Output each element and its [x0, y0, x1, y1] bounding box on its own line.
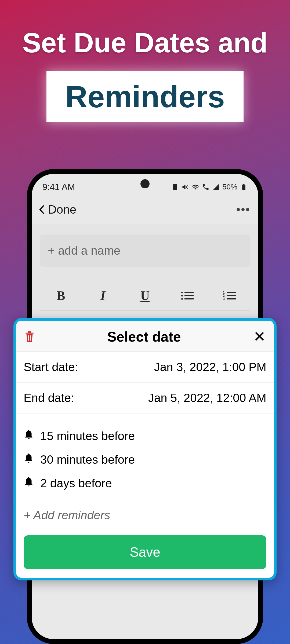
bold-button[interactable]: B [53, 288, 69, 303]
promo-title: Set Due Dates and [0, 27, 290, 59]
promo-highlight-box: Reminders [46, 71, 244, 122]
reminder-label: 2 days before [40, 477, 112, 490]
bell-icon [24, 476, 34, 490]
svg-rect-10 [227, 295, 236, 296]
back-button[interactable]: Done [38, 203, 76, 216]
modal-header: Select date ✕ [16, 321, 274, 352]
svg-rect-6 [184, 298, 194, 299]
formatting-toolbar: B I U 123 [40, 281, 250, 310]
start-date-row[interactable]: Start date: Jan 3, 2022, 1:00 PM [16, 352, 274, 383]
reminder-item[interactable]: 2 days before [24, 471, 266, 495]
back-label: Done [48, 203, 76, 216]
select-date-modal: Select date ✕ Start date: Jan 3, 2022, 1… [13, 318, 277, 580]
close-button[interactable]: ✕ [253, 329, 266, 344]
chevron-left-icon [38, 204, 45, 215]
bell-icon [24, 429, 34, 443]
reminder-item[interactable]: 30 minutes before [24, 448, 266, 471]
end-date-value: Jan 5, 2022, 12:00 AM [148, 391, 266, 405]
status-time: 9:41 AM [42, 182, 75, 192]
start-date-value: Jan 3, 2022, 1:00 PM [154, 360, 266, 374]
svg-point-3 [181, 295, 183, 297]
more-menu-button[interactable]: ••• [236, 203, 250, 216]
trash-icon [24, 330, 35, 342]
signal-icon [212, 183, 220, 191]
camera-cutout [140, 179, 150, 188]
bell-icon [24, 453, 34, 467]
name-input[interactable]: + add a name [40, 235, 250, 267]
svg-point-5 [181, 298, 183, 300]
wifi-icon [192, 183, 199, 191]
reminder-item[interactable]: 15 minutes before [24, 424, 266, 448]
phone-icon [202, 183, 209, 191]
numbered-list-icon: 123 [223, 290, 236, 301]
svg-rect-2 [184, 292, 194, 293]
svg-point-1 [181, 292, 183, 293]
underline-button[interactable]: U [137, 288, 153, 303]
start-date-label: Start date: [24, 360, 78, 374]
save-button[interactable]: Save [24, 535, 266, 569]
svg-rect-0 [173, 184, 177, 190]
mute-icon [182, 183, 189, 191]
numbered-list-button[interactable]: 123 [221, 290, 237, 301]
battery-saver-icon [171, 183, 179, 191]
svg-text:3: 3 [223, 297, 225, 301]
reminders-section: 15 minutes before 30 minutes before 2 da… [16, 414, 274, 500]
bullet-list-icon [181, 290, 194, 301]
battery-percent: 50% [222, 183, 237, 191]
svg-rect-8 [227, 292, 236, 293]
reminder-label: 15 minutes before [40, 429, 135, 443]
app-header: Done ••• [32, 195, 258, 224]
svg-rect-12 [227, 298, 236, 299]
italic-button[interactable]: I [95, 288, 111, 303]
modal-title: Select date [107, 329, 181, 345]
reminder-label: 30 minutes before [40, 453, 135, 466]
delete-button[interactable] [24, 330, 35, 343]
svg-rect-4 [184, 295, 194, 296]
bullet-list-button[interactable] [179, 290, 195, 301]
battery-icon [240, 183, 248, 191]
add-reminders-button[interactable]: + Add reminders [16, 500, 274, 530]
end-date-label: End date: [24, 391, 74, 405]
end-date-row[interactable]: End date: Jan 5, 2022, 12:00 AM [16, 383, 274, 414]
status-icons-group: 50% [171, 183, 248, 191]
